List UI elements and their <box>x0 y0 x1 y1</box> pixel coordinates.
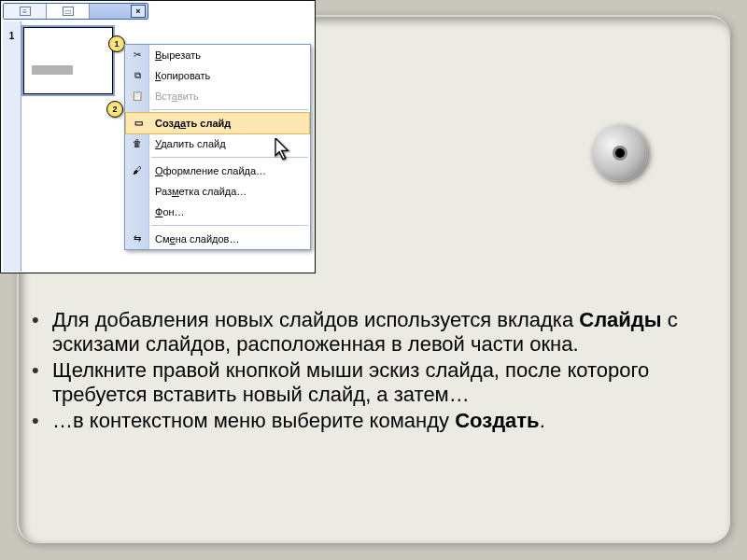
callout-2: 2 <box>106 101 123 118</box>
menu-separator <box>151 109 308 110</box>
menu-item-paste: 📋 Вставить <box>125 86 310 106</box>
bullet-item: …в контекстном меню выберите команду Соз… <box>28 409 700 433</box>
outline-icon <box>20 7 31 16</box>
menu-label: Вырезать <box>155 49 201 61</box>
menu-item-cut[interactable]: ✂ Вырезать <box>125 45 310 65</box>
design-icon: 🖌 <box>126 163 148 178</box>
callout-1: 1 <box>108 35 125 52</box>
delete-icon: 🗑 <box>126 136 148 151</box>
menu-label: Удалить слайд <box>155 138 226 149</box>
menu-label: Оформление слайда… <box>155 165 266 176</box>
screenshot-panel: × 1 1 2 ✂ Вырезать ⧉ Копировать 📋 Встави… <box>0 0 316 273</box>
copy-icon: ⧉ <box>126 68 148 83</box>
menu-item-slide-layout[interactable]: Разметка слайда… <box>125 181 310 202</box>
panel-titlebar: × <box>3 3 148 20</box>
bullet-item: Щелкните правой кнопкой мыши эскиз слайд… <box>28 358 700 407</box>
menu-item-slide-transition[interactable]: ⇆ Смена слайдов… <box>125 229 310 249</box>
slide-thumbnail[interactable] <box>23 27 113 94</box>
menu-label: Фон… <box>155 206 185 217</box>
tab-outline[interactable] <box>4 4 47 19</box>
menu-label: Разметка слайда… <box>155 186 247 197</box>
cd-icon <box>592 125 648 181</box>
context-menu: ✂ Вырезать ⧉ Копировать 📋 Вставить ▭ Соз… <box>124 44 311 250</box>
close-panel-button[interactable]: × <box>131 5 146 18</box>
transition-icon: ⇆ <box>126 231 148 246</box>
layout-icon <box>126 184 148 199</box>
menu-separator <box>151 157 308 158</box>
background-icon <box>126 204 148 219</box>
menu-item-background[interactable]: Фон… <box>125 202 310 222</box>
menu-label: Создать слайд <box>155 118 231 129</box>
menu-label: Смена слайдов… <box>155 233 239 245</box>
tab-slides[interactable] <box>47 4 90 19</box>
menu-label: Копировать <box>155 70 210 81</box>
thumbnail-placeholder <box>32 65 73 75</box>
menu-item-copy[interactable]: ⧉ Копировать <box>125 65 310 86</box>
slide-number: 1 <box>3 31 21 41</box>
paste-icon: 📋 <box>126 89 148 104</box>
scissors-icon: ✂ <box>126 48 148 63</box>
bullet-item: Для добавления новых слайдов используетс… <box>28 308 700 357</box>
menu-label: Вставить <box>155 91 199 102</box>
body-text: Для добавления новых слайдов используетс… <box>28 308 700 435</box>
slide-number-rail: 1 <box>3 21 21 272</box>
menu-item-delete-slide[interactable]: 🗑 Удалить слайд <box>125 133 310 154</box>
new-slide-icon: ▭ <box>127 116 149 131</box>
menu-item-create-slide[interactable]: ▭ Создать слайд <box>126 113 309 133</box>
menu-item-slide-design[interactable]: 🖌 Оформление слайда… <box>125 161 310 181</box>
slides-icon <box>63 7 74 16</box>
menu-separator <box>151 225 308 226</box>
